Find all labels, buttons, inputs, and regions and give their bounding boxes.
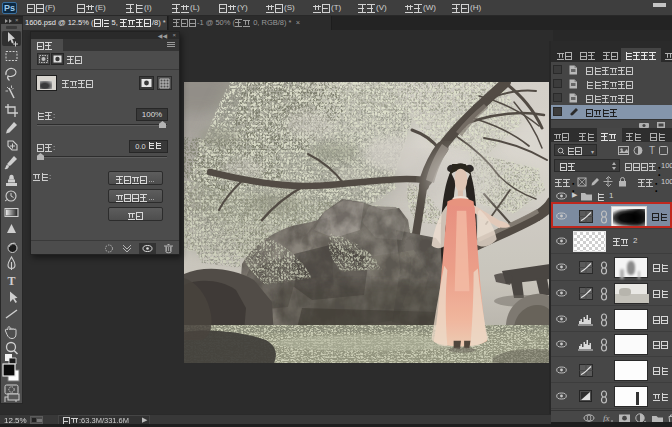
svg-text:T: T — [649, 145, 655, 156]
svg-text:T: T — [7, 274, 15, 288]
